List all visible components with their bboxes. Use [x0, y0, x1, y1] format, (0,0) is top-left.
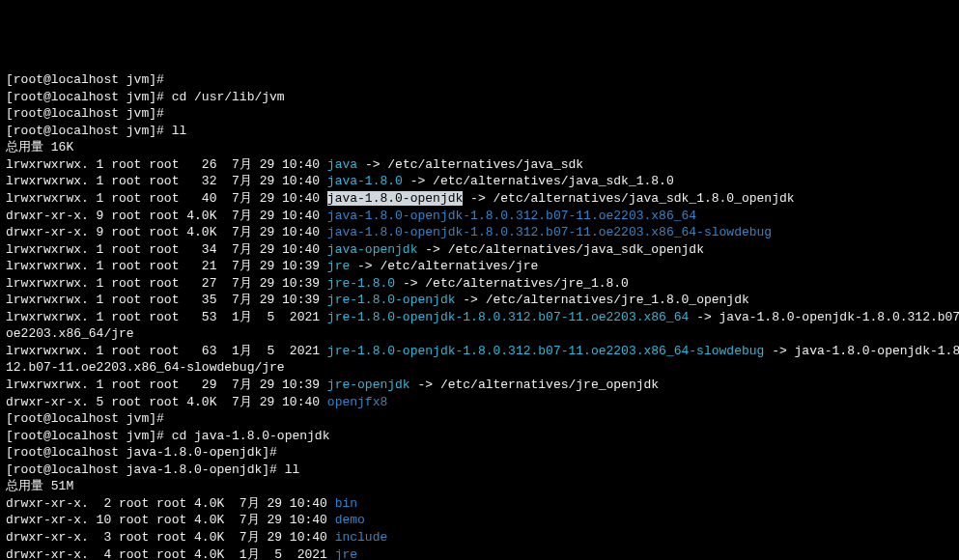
ls-row: drwxr-xr-x. 9 root root 4.0K 7月 29 10:40…	[6, 224, 953, 241]
file-name: jre-1.8.0-openjdk-1.8.0.312.b07-11.oe220…	[327, 310, 689, 324]
file-name: jre	[327, 259, 350, 273]
file-name: jre-1.8.0	[327, 276, 395, 291]
file-name: jre-1.8.0-openjdk	[327, 293, 456, 307]
shell-prompt: [root@localhost jvm]#	[6, 411, 164, 426]
output-text: 总用量 51M	[6, 478, 953, 495]
ls-row: drwxr-xr-x. 2 root root 4.0K 7月 29 10:40…	[6, 495, 953, 513]
shell-prompt: [root@localhost jvm]#	[6, 72, 164, 87]
shell-prompt: [root@localhost jvm]#	[6, 429, 164, 443]
output-text: 总用量 16K	[6, 139, 953, 156]
command-text: ll	[285, 462, 300, 477]
output-text: 12.b07-11.oe2203.x86_64-slowdebug/jre	[6, 359, 953, 377]
output-text: oe2203.x86_64/jre	[6, 325, 953, 343]
ls-row: drwxr-xr-x. 5 root root 4.0K 7月 29 10:40…	[6, 394, 953, 411]
ls-row: drwxr-xr-x. 9 root root 4.0K 7月 29 10:40…	[6, 208, 953, 225]
file-name: demo	[335, 513, 365, 527]
file-name: java-1.8.0-openjdk-1.8.0.312.b07-11.oe22…	[327, 225, 772, 239]
file-name: java-1.8.0	[327, 174, 403, 188]
shell-prompt: [root@localhost java-1.8.0-openjdk]#	[6, 445, 277, 460]
terminal-output[interactable]: [root@localhost jvm]# [root@localhost jv…	[6, 71, 953, 560]
ls-row: lrwxrwxrwx. 1 root root 35 7月 29 10:39 j…	[6, 292, 953, 309]
ls-row: lrwxrwxrwx. 1 root root 63 1月 5 2021 jre…	[6, 343, 953, 360]
command-text: ll	[172, 124, 187, 138]
ls-row: lrwxrwxrwx. 1 root root 32 7月 29 10:40 j…	[6, 173, 953, 190]
shell-prompt: [root@localhost jvm]#	[6, 106, 164, 121]
ls-row: drwxr-xr-x. 3 root root 4.0K 7月 29 10:40…	[6, 529, 953, 546]
ls-row: drwxr-xr-x. 4 root root 4.0K 1月 5 2021 j…	[6, 546, 953, 561]
ls-row: lrwxrwxrwx. 1 root root 34 7月 29 10:40 j…	[6, 241, 953, 259]
ls-row: lrwxrwxrwx. 1 root root 53 1月 5 2021 jre…	[6, 309, 953, 326]
file-name: openjfx8	[327, 395, 387, 409]
file-name: java-1.8.0-openjdk-1.8.0.312.b07-11.oe22…	[327, 209, 696, 223]
file-name: bin	[335, 496, 357, 511]
ls-row: lrwxrwxrwx. 1 root root 26 7月 29 10:40 j…	[6, 156, 953, 174]
file-name: jre	[335, 547, 357, 561]
file-name: java	[327, 157, 357, 172]
ls-row: drwxr-xr-x. 10 root root 4.0K 7月 29 10:4…	[6, 512, 953, 529]
ls-row: lrwxrwxrwx. 1 root root 29 7月 29 10:39 j…	[6, 377, 953, 394]
file-name: java-1.8.0-openjdk	[327, 191, 463, 206]
shell-prompt: [root@localhost jvm]#	[6, 124, 164, 138]
ls-row: lrwxrwxrwx. 1 root root 27 7月 29 10:39 j…	[6, 275, 953, 293]
file-name: include	[335, 530, 388, 545]
command-text: cd java-1.8.0-openjdk	[172, 429, 330, 443]
ls-row: lrwxrwxrwx. 1 root root 21 7月 29 10:39 j…	[6, 258, 953, 275]
file-name: java-openjdk	[327, 242, 418, 257]
shell-prompt: [root@localhost java-1.8.0-openjdk]#	[6, 462, 277, 477]
shell-prompt: [root@localhost jvm]#	[6, 90, 164, 104]
file-name: jre-1.8.0-openjdk-1.8.0.312.b07-11.oe220…	[327, 344, 764, 358]
command-text: cd /usr/lib/jvm	[172, 90, 285, 104]
file-name: jre-openjdk	[327, 378, 410, 392]
ls-row: lrwxrwxrwx. 1 root root 40 7月 29 10:40 j…	[6, 190, 953, 208]
